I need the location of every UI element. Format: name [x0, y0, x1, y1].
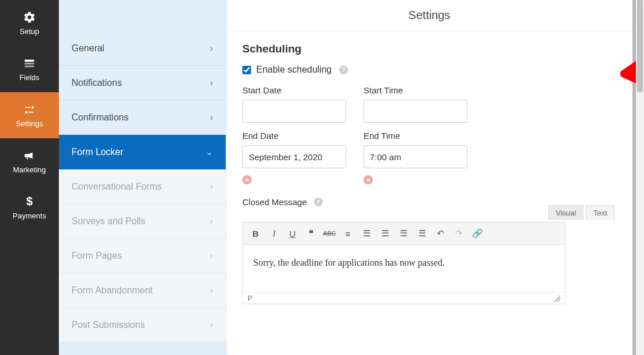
chevron-right-icon: ›	[210, 216, 213, 226]
redo-button[interactable]: ↷	[452, 226, 466, 240]
sidebar-item-label: Conversational Forms	[72, 182, 162, 192]
chevron-right-icon: ›	[210, 285, 213, 296]
underline-button[interactable]: U	[286, 226, 299, 240]
chevron-right-icon: ›	[210, 182, 213, 192]
rail-label: Payments	[13, 212, 46, 220]
align-center-button[interactable]: ☰	[396, 226, 410, 240]
scrollbar[interactable]	[636, 0, 644, 355]
bold-button[interactable]: B	[249, 226, 263, 240]
start-time-label: Start Time	[364, 85, 467, 95]
sidebar-item-general[interactable]: General ›	[59, 31, 226, 66]
bullet-list-button[interactable]: ≡	[341, 226, 355, 240]
chevron-down-icon: ⌄	[205, 146, 213, 157]
settings-sidebar: General › Notifications › Confirmations …	[59, 0, 226, 355]
resize-handle[interactable]	[553, 295, 560, 302]
undo-button[interactable]: ↶	[433, 226, 447, 240]
chevron-right-icon: ›	[210, 43, 213, 54]
start-date-label: Start Date	[242, 85, 346, 95]
sidebar-item-label: Form Locker	[72, 147, 123, 157]
start-time-input[interactable]	[364, 100, 467, 123]
sidebar-item-form-locker[interactable]: Form Locker ⌄	[59, 135, 226, 169]
sidebar-item-label: General	[72, 43, 104, 54]
enable-scheduling-label: Enable scheduling	[256, 65, 332, 75]
main-panel: Settings Scheduling Enable scheduling ? …	[226, 0, 636, 355]
rail-settings[interactable]: Settings	[0, 92, 59, 138]
sidebar-item-confirmations[interactable]: Confirmations ›	[59, 100, 226, 135]
section-heading: Scheduling	[242, 43, 616, 55]
sidebar-item-form-abandonment[interactable]: Form Abandonment ›	[59, 273, 226, 308]
nav-rail: Setup Fields Settings Marketing $ Paymen…	[0, 0, 59, 355]
sidebar-item-form-pages[interactable]: Form Pages ›	[59, 239, 226, 273]
rail-payments[interactable]: $ Payments	[0, 184, 59, 231]
blockquote-button[interactable]: ❝	[304, 226, 318, 240]
enable-scheduling-checkbox[interactable]	[242, 66, 251, 74]
editor-tab-visual[interactable]: Visual	[548, 205, 583, 220]
sidebar-item-label: Notifications	[72, 78, 122, 88]
align-right-button[interactable]: ☰	[415, 226, 429, 240]
chevron-right-icon: ›	[210, 112, 213, 123]
editor-tab-text[interactable]: Text	[586, 205, 615, 220]
chevron-right-icon: ›	[210, 78, 213, 88]
align-left-button[interactable]: ☰	[378, 226, 392, 240]
sidebar-item-label: Surveys and Polls	[72, 216, 145, 226]
numbered-list-button[interactable]: ☰	[360, 226, 373, 240]
sliders-icon	[23, 103, 36, 116]
end-date-input[interactable]	[242, 145, 346, 168]
editor-path: P	[248, 294, 252, 303]
sidebar-item-post-submissions[interactable]: Post Submissions ›	[59, 308, 226, 342]
end-date-label: End Date	[242, 131, 346, 141]
rich-text-editor: B I U ❝ ABC ≡ ☰ ☰ ☰ ☰ ↶ ↷ 🔗 Sorry,	[242, 222, 566, 304]
help-icon[interactable]: ?	[339, 66, 348, 74]
end-time-label: End Time	[364, 131, 467, 141]
gear-icon	[23, 11, 36, 24]
strikethrough-button[interactable]: ABC	[323, 226, 336, 240]
rail-label: Marketing	[13, 165, 46, 174]
sidebar-item-notifications[interactable]: Notifications ›	[59, 66, 226, 100]
rail-label: Setup	[20, 27, 39, 36]
rail-marketing[interactable]: Marketing	[0, 138, 59, 184]
sidebar-item-label: Post Submissions	[72, 320, 145, 330]
end-time-input[interactable]	[364, 145, 467, 168]
list-icon	[23, 57, 36, 70]
italic-button[interactable]: I	[267, 226, 281, 240]
clear-icon[interactable]: ✕	[242, 175, 252, 184]
sidebar-item-conversational-forms[interactable]: Conversational Forms ›	[59, 169, 226, 204]
start-date-input[interactable]	[242, 100, 346, 123]
chevron-right-icon: ›	[210, 251, 213, 261]
closed-message-label: Closed Message	[242, 197, 307, 207]
sidebar-item-label: Confirmations	[72, 112, 129, 123]
help-icon[interactable]: ?	[314, 198, 323, 206]
rail-fields[interactable]: Fields	[0, 46, 59, 92]
svg-text:$: $	[26, 195, 32, 207]
page-title: Settings	[226, 0, 632, 31]
editor-content[interactable]: Sorry, the deadline for applications has…	[243, 245, 565, 292]
rail-label: Settings	[16, 119, 43, 128]
sidebar-item-label: Form Abandonment	[72, 285, 153, 296]
dollar-icon: $	[23, 195, 36, 208]
rail-setup[interactable]: Setup	[0, 0, 59, 46]
bullhorn-icon	[23, 149, 36, 162]
link-button[interactable]: 🔗	[470, 226, 484, 240]
rail-label: Fields	[20, 73, 40, 82]
chevron-right-icon: ›	[210, 320, 213, 330]
sidebar-item-surveys-polls[interactable]: Surveys and Polls ›	[59, 204, 226, 239]
editor-toolbar: B I U ❝ ABC ≡ ☰ ☰ ☰ ☰ ↶ ↷ 🔗	[243, 222, 565, 245]
clear-icon[interactable]: ✕	[364, 175, 373, 184]
sidebar-item-label: Form Pages	[72, 251, 122, 261]
